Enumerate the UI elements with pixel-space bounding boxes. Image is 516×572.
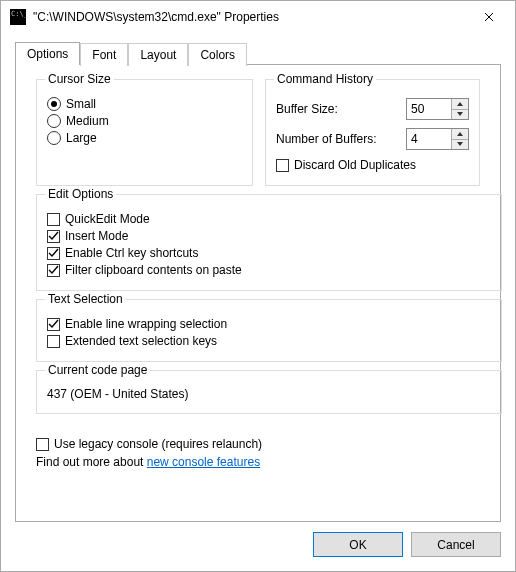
value-buffer-size: 50 xyxy=(407,99,451,119)
group-cursor-size: Cursor Size Small Medium Large xyxy=(36,79,253,186)
label-cursor-small: Small xyxy=(66,97,96,111)
findout-text: Find out more about xyxy=(36,455,147,469)
cmd-icon xyxy=(9,8,27,26)
label-cursor-medium: Medium xyxy=(66,114,109,128)
radio-cursor-medium[interactable] xyxy=(47,114,61,128)
dialog-buttons: OK Cancel xyxy=(15,522,501,557)
group-edit-options: Edit Options QuickEdit Mode Insert Mode … xyxy=(36,194,502,291)
num-buffers-up[interactable] xyxy=(452,129,468,139)
group-label-codepage: Current code page xyxy=(45,363,150,377)
label-buffer-size: Buffer Size: xyxy=(276,102,406,116)
tab-strip: Options Font Layout Colors xyxy=(15,41,501,64)
tab-options[interactable]: Options xyxy=(15,42,80,65)
label-num-buffers: Number of Buffers: xyxy=(276,132,406,146)
link-new-console-features[interactable]: new console features xyxy=(147,455,260,469)
chevron-down-icon xyxy=(457,112,463,116)
checkbox-insert-mode[interactable] xyxy=(47,230,60,243)
group-label-cursor: Cursor Size xyxy=(45,72,114,86)
label-filter-paste: Filter clipboard contents on paste xyxy=(65,263,242,277)
ok-button[interactable]: OK xyxy=(313,532,403,557)
group-label-edit: Edit Options xyxy=(45,187,116,201)
label-insert-mode: Insert Mode xyxy=(65,229,128,243)
window-title: "C:\WINDOWS\system32\cmd.exe" Properties xyxy=(33,10,467,24)
group-label-textsel: Text Selection xyxy=(45,292,126,306)
chevron-up-icon xyxy=(457,132,463,136)
radio-cursor-large[interactable] xyxy=(47,131,61,145)
chevron-up-icon xyxy=(457,102,463,106)
buffer-size-down[interactable] xyxy=(452,109,468,120)
group-command-history: Command History Buffer Size: 50 Number xyxy=(265,79,480,186)
tab-colors[interactable]: Colors xyxy=(188,43,247,66)
checkbox-legacy-console[interactable] xyxy=(36,438,49,451)
label-discard-duplicates: Discard Old Duplicates xyxy=(294,158,416,172)
label-line-wrapping: Enable line wrapping selection xyxy=(65,317,227,331)
code-page-value: 437 (OEM - United States) xyxy=(47,385,491,403)
cancel-button[interactable]: Cancel xyxy=(411,532,501,557)
close-icon xyxy=(484,12,494,22)
tab-font[interactable]: Font xyxy=(80,43,128,66)
properties-window: "C:\WINDOWS\system32\cmd.exe" Properties… xyxy=(0,0,516,572)
group-label-history: Command History xyxy=(274,72,376,86)
label-extended-selection: Extended text selection keys xyxy=(65,334,217,348)
titlebar: "C:\WINDOWS\system32\cmd.exe" Properties xyxy=(1,1,515,33)
radio-cursor-small[interactable] xyxy=(47,97,61,111)
checkbox-extended-selection[interactable] xyxy=(47,335,60,348)
label-quickedit: QuickEdit Mode xyxy=(65,212,150,226)
tab-panel-options: Cursor Size Small Medium Large xyxy=(15,64,501,522)
content-area: Options Font Layout Colors Cursor Size S… xyxy=(1,33,515,571)
buffer-size-up[interactable] xyxy=(452,99,468,109)
label-cursor-large: Large xyxy=(66,131,97,145)
label-legacy-console: Use legacy console (requires relaunch) xyxy=(54,437,262,451)
input-buffer-size[interactable]: 50 xyxy=(406,98,469,120)
checkbox-discard-duplicates[interactable] xyxy=(276,159,289,172)
checkbox-ctrl-keys[interactable] xyxy=(47,247,60,260)
checkbox-quickedit[interactable] xyxy=(47,213,60,226)
num-buffers-down[interactable] xyxy=(452,139,468,150)
input-num-buffers[interactable]: 4 xyxy=(406,128,469,150)
label-ctrl-keys: Enable Ctrl key shortcuts xyxy=(65,246,198,260)
checkbox-line-wrapping[interactable] xyxy=(47,318,60,331)
tab-layout[interactable]: Layout xyxy=(128,43,188,66)
checkbox-filter-paste[interactable] xyxy=(47,264,60,277)
value-num-buffers: 4 xyxy=(407,129,451,149)
group-code-page: Current code page 437 (OEM - United Stat… xyxy=(36,370,502,414)
close-button[interactable] xyxy=(467,3,511,31)
group-text-selection: Text Selection Enable line wrapping sele… xyxy=(36,299,502,362)
chevron-down-icon xyxy=(457,142,463,146)
